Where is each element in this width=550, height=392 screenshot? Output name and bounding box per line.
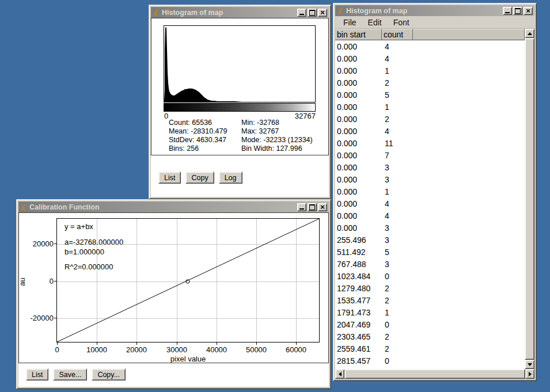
horizontal-scroll-thumb[interactable]: [344, 369, 525, 379]
bin-start-value: 1791.473: [335, 308, 384, 317]
vertical-scroll-thumb[interactable]: [525, 38, 534, 360]
imagej-icon: [153, 7, 159, 18]
menu-font[interactable]: Font: [388, 18, 415, 27]
histogram-buttons: List Copy Log: [158, 172, 242, 184]
count-value: 5: [384, 90, 389, 100]
close-button[interactable]: [318, 203, 327, 211]
list-row[interactable]: 1023.484 0: [335, 270, 525, 282]
horizontal-scrollbar[interactable]: [335, 369, 534, 379]
list-row[interactable]: 0.000 11: [335, 137, 525, 149]
list-row[interactable]: 0.000 5: [335, 89, 525, 101]
column-header-bin-start: bin start: [335, 29, 382, 40]
list-row[interactable]: 511.492 5: [335, 246, 525, 258]
y-tick-label: -20000: [24, 314, 54, 322]
scroll-up-button[interactable]: [525, 29, 534, 38]
list-row[interactable]: 0.000 4: [335, 210, 525, 222]
count-value: 11: [384, 139, 393, 148]
column-header-count: count: [382, 29, 413, 40]
list-row[interactable]: 0.000 1: [335, 101, 525, 113]
imagej-icon: [20, 202, 26, 212]
list-row[interactable]: 0.000 4: [335, 52, 525, 64]
scroll-right-button[interactable]: [525, 369, 534, 379]
minimize-button[interactable]: [297, 203, 306, 211]
calibration-canvas[interactable]: y = a+bx a=-32768.000000 b=1.000000 R^2=…: [18, 212, 329, 363]
menubar: File Edit Font: [335, 16, 534, 29]
count-value: 2: [384, 344, 389, 353]
hist-axis-min: 0: [164, 112, 168, 120]
list-row[interactable]: 0.000 1: [335, 185, 525, 197]
maximize-button[interactable]: [308, 9, 317, 17]
column-header-filler: [413, 29, 525, 40]
list-button[interactable]: List: [158, 172, 181, 184]
list-row[interactable]: 2047.469 0: [335, 318, 525, 330]
list-row[interactable]: 1791.473 1: [335, 306, 525, 318]
list-row[interactable]: 0.000 4: [335, 197, 525, 210]
bin-start-value: 1023.484: [335, 272, 384, 281]
list-row[interactable]: 0.000 7: [335, 149, 525, 161]
bin-start-value: 0.000: [335, 211, 384, 220]
window-histogram-list: Histogram of map File Edit Font bin star…: [333, 3, 537, 381]
bin-start-value: 0.000: [335, 115, 384, 124]
log-button[interactable]: Log: [219, 172, 242, 184]
list-row[interactable]: 0.000 4: [335, 125, 525, 137]
minimize-button[interactable]: [503, 7, 512, 15]
bin-start-value: 2303.465: [335, 332, 384, 341]
titlebar-histogram-list[interactable]: Histogram of map: [335, 5, 534, 16]
list-row[interactable]: 0.000 3: [335, 222, 525, 234]
maximize-button[interactable]: [513, 7, 522, 15]
copy-button[interactable]: Copy...: [92, 368, 126, 380]
list-row[interactable]: 0.000 1: [335, 64, 525, 77]
list-row[interactable]: 0.000 3: [335, 173, 525, 185]
close-button[interactable]: [524, 7, 533, 15]
bin-start-value: 0.000: [335, 175, 384, 184]
bin-start-value: 1535.477: [335, 296, 384, 305]
count-value: 2: [384, 78, 389, 87]
list-row[interactable]: 255.496 3: [335, 234, 525, 246]
bin-start-value: 2047.469: [335, 320, 384, 329]
count-value: 1: [384, 66, 389, 75]
window-histogram: Histogram of map 0 32767 Count: 6553: [149, 5, 331, 199]
x-tick-label: 30000: [158, 345, 195, 354]
histogram-list-rows[interactable]: 0.000 4 0.000 4 0.000 1 0.000: [335, 40, 525, 369]
scroll-left-button[interactable]: [335, 369, 344, 379]
count-value: 4: [384, 211, 389, 220]
list-row[interactable]: 1279.480 2: [335, 282, 525, 294]
list-row[interactable]: 0.000 2: [335, 113, 525, 125]
list-row[interactable]: 2303.465 2: [335, 330, 525, 342]
x-tick-mark: [296, 342, 297, 345]
minimize-button[interactable]: [297, 9, 306, 17]
vertical-scrollbar[interactable]: [525, 29, 534, 369]
menu-edit[interactable]: Edit: [362, 18, 388, 27]
count-value: 3: [384, 235, 389, 245]
count-value: 4: [384, 199, 389, 208]
count-value: 1: [384, 187, 389, 196]
maximize-button[interactable]: [308, 203, 317, 211]
stat-line: Max: 32767: [241, 127, 313, 136]
histogram-canvas[interactable]: 0 32767 Count: 65536Mean: -28310.479StdD…: [151, 18, 329, 155]
menu-file[interactable]: File: [337, 18, 362, 27]
list-row[interactable]: 0.000 3: [335, 161, 525, 173]
bin-start-value: 0.000: [335, 199, 384, 208]
titlebar-calibration[interactable]: Calibration Function: [18, 201, 329, 212]
list-row[interactable]: 1535.477 2: [335, 294, 525, 306]
window-title: Histogram of map: [162, 9, 294, 17]
calibration-client: y = a+bx a=-32768.000000 b=1.000000 R^2=…: [18, 212, 329, 387]
y-tick-label: 0: [24, 277, 54, 286]
copy-button[interactable]: Copy: [185, 172, 214, 184]
save-button[interactable]: Save...: [53, 368, 87, 380]
list-row[interactable]: 767.488 3: [335, 258, 525, 270]
list-row[interactable]: 0.000 2: [335, 77, 525, 89]
list-row[interactable]: 2815.457 0: [335, 355, 525, 367]
list-row[interactable]: 0.000 4: [335, 40, 525, 52]
list-button[interactable]: List: [26, 368, 48, 380]
titlebar-histogram[interactable]: Histogram of map: [151, 7, 329, 18]
bin-start-value: 0.000: [335, 78, 384, 87]
close-button[interactable]: [318, 9, 327, 17]
y-tick-mark: [54, 281, 56, 281]
bin-start-value: 1279.480: [335, 284, 384, 293]
stat-line: Bins: 256: [169, 144, 227, 153]
list-row[interactable]: 2559.461 2: [335, 342, 525, 355]
scroll-down-button[interactable]: [525, 360, 534, 369]
histogram-stats-right: Min: -32768Max: 32767Mode: -32233 (12334…: [241, 119, 313, 153]
x-tick-label: 10000: [78, 345, 115, 354]
